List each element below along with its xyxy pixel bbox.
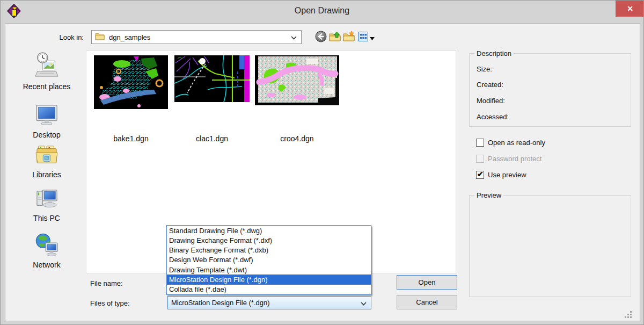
sidebar-item-label: Recent places: [23, 82, 71, 91]
file-name-label: File name:: [90, 279, 123, 287]
up-one-level-icon: [329, 31, 341, 44]
sidebar-item-label: Libraries: [32, 170, 61, 179]
files-of-type-combobox[interactable]: MicroStation Design File (*.dgn): [167, 296, 371, 309]
titlebar: Open Drawing ✕: [1, 1, 643, 23]
file-type-option[interactable]: Binary Exchange Format (*.dxb): [167, 245, 371, 255]
file-name: clac1.dgn: [174, 134, 250, 143]
modified-label: Modified:: [477, 97, 505, 105]
open-drawing-dialog: Open Drawing ✕ Look in: dgn_samples: [0, 0, 644, 325]
description-title: Description: [474, 49, 514, 57]
back-button[interactable]: [314, 31, 327, 44]
checkbox-icon: [476, 155, 484, 163]
sidebar-item-recent-places[interactable]: Recent places: [10, 52, 84, 91]
checkbox-checked-icon[interactable]: [476, 171, 484, 179]
new-folder-button[interactable]: [342, 31, 355, 44]
description-groupbox: Description Size: Created: Modified: Acc…: [469, 53, 631, 127]
file-type-option[interactable]: Drawing Template (*.dwt): [167, 265, 371, 275]
sidebar-item-desktop[interactable]: Desktop: [10, 103, 84, 139]
file-type-option[interactable]: Design Web Format (*.dwf): [167, 255, 371, 265]
checkbox-label: Open as read-only: [488, 139, 545, 147]
menu-arrow-icon: [370, 33, 375, 42]
view-menu-icon: [358, 32, 368, 44]
new-folder-icon: [343, 31, 355, 44]
thumbnail-clac1: [174, 55, 250, 102]
sidebar-item-label: This PC: [33, 214, 60, 222]
look-in-label: Look in:: [36, 33, 84, 41]
sidebar-item-this-pc[interactable]: This PC: [10, 189, 84, 222]
sidebar-item-label: Desktop: [33, 131, 60, 139]
this-pc-icon: [34, 189, 59, 212]
sidebar-item-label: Network: [33, 261, 60, 269]
thumbnail-croo4: [255, 55, 339, 105]
file-type-option[interactable]: Standard Drawing File (*.dwg): [167, 226, 371, 235]
accessed-label: Accessed:: [477, 113, 509, 121]
up-one-level-button[interactable]: [328, 31, 341, 44]
size-label: Size:: [477, 65, 492, 73]
chevron-down-icon: [361, 298, 367, 308]
preview-title: Preview: [474, 191, 503, 199]
window-title: Open Drawing: [1, 6, 643, 16]
use-preview-checkbox[interactable]: Use preview: [476, 171, 526, 179]
desktop-icon: [34, 103, 59, 129]
open-button[interactable]: Open: [397, 275, 457, 290]
checkbox-label: Password protect: [488, 155, 541, 163]
files-of-type-label: Files of type:: [90, 299, 130, 307]
chevron-down-icon: [291, 32, 297, 42]
file-type-option[interactable]: Collada file (*.dae): [167, 285, 371, 294]
look-in-value: dgn_samples: [109, 33, 287, 41]
thumbnail-bake1: [94, 55, 168, 109]
back-icon: [315, 31, 327, 45]
libraries-icon: [34, 144, 59, 169]
sidebar-item-network[interactable]: Network: [10, 233, 84, 269]
close-icon: ✕: [627, 4, 633, 13]
files-of-type-value: MicroStation Design File (*.dgn): [171, 299, 361, 307]
open-as-read-only-checkbox[interactable]: Open as read-only: [476, 139, 545, 147]
created-label: Created:: [477, 81, 503, 89]
look-in-combobox[interactable]: dgn_samples: [91, 30, 302, 44]
view-menu-button[interactable]: [356, 31, 377, 44]
recent-places-icon: [34, 52, 59, 81]
file-name: croo4.dgn: [255, 134, 339, 143]
files-of-type-dropdown-list: Standard Drawing File (*.dwg) Drawing Ex…: [166, 225, 371, 295]
file-item-clac1[interactable]: clac1.dgn: [174, 55, 250, 102]
sidebar-item-libraries[interactable]: Libraries: [10, 144, 84, 179]
checkbox-icon[interactable]: [476, 139, 484, 147]
dialog-client-area: Look in: dgn_samples: [5, 23, 640, 321]
file-name: bake1.dgn: [94, 134, 168, 143]
file-item-bake1[interactable]: bake1.dgn: [94, 55, 168, 109]
cancel-button[interactable]: Cancel: [397, 295, 457, 309]
resize-grip[interactable]: [624, 310, 633, 321]
file-item-croo4[interactable]: croo4.dgn: [255, 55, 339, 105]
file-type-option[interactable]: Drawing Exchange Format (*.dxf): [167, 235, 371, 245]
file-type-option-selected[interactable]: MicroStation Design File (*.dgn): [167, 275, 371, 284]
folder-icon: [95, 32, 105, 42]
checkbox-label: Use preview: [488, 171, 526, 179]
network-icon: [34, 233, 59, 259]
password-protect-checkbox: Password protect: [476, 155, 541, 163]
close-button[interactable]: ✕: [616, 1, 644, 17]
preview-groupbox: Preview: [469, 195, 631, 297]
